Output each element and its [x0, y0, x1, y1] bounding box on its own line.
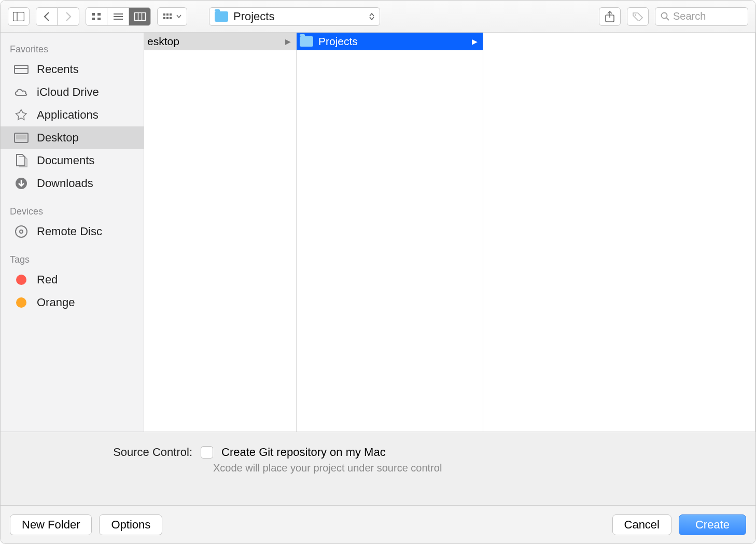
svg-rect-4 — [92, 18, 95, 20]
sidebar-item-label: Orange — [37, 296, 75, 309]
svg-rect-5 — [97, 18, 101, 20]
path-popup[interactable]: Projects — [209, 7, 380, 26]
column-2[interactable]: Projects ▶ — [297, 33, 483, 432]
toggle-sidebar-button[interactable] — [8, 7, 30, 26]
sidebar-icon — [13, 12, 24, 21]
view-mode-group — [86, 7, 151, 26]
svg-rect-3 — [97, 13, 101, 16]
svg-rect-16 — [166, 17, 169, 19]
bottom-bar: New Folder Options Cancel Create — [1, 505, 755, 543]
source-control-label: Source Control: — [16, 446, 192, 459]
nav-group — [36, 7, 79, 26]
view-columns-button[interactable] — [129, 7, 151, 26]
chevron-left-icon — [43, 11, 50, 22]
updown-icon — [369, 13, 374, 20]
sidebar-item-label: iCloud Drive — [37, 85, 99, 99]
sidebar: Favorites Recents iCloud Drive Applicati… — [1, 33, 144, 432]
downloads-icon — [13, 176, 30, 191]
svg-rect-2 — [92, 13, 95, 16]
svg-rect-14 — [170, 13, 172, 16]
sidebar-item-label: Documents — [37, 154, 94, 167]
grid-icon — [91, 12, 102, 21]
svg-point-29 — [20, 230, 23, 233]
toolbar: Projects Search — [1, 1, 755, 33]
column-browser: esktop ▶ Projects ▶ — [144, 33, 755, 432]
svg-point-28 — [16, 226, 27, 237]
sidebar-item-tag-orange[interactable]: Orange — [1, 291, 144, 314]
sidebar-header-favorites: Favorites — [1, 41, 144, 58]
icloud-icon — [13, 85, 30, 99]
sidebar-toggle-group — [8, 7, 30, 26]
sidebar-item-tag-red[interactable]: Red — [1, 268, 144, 291]
sidebar-item-documents[interactable]: Documents — [1, 149, 144, 172]
sidebar-item-remote-disc[interactable]: Remote Disc — [1, 220, 144, 243]
svg-point-21 — [662, 12, 667, 18]
path-label: Projects — [233, 10, 364, 23]
row-label: Projects — [318, 35, 467, 48]
git-checkbox[interactable] — [201, 446, 213, 459]
arrange-group — [157, 7, 187, 26]
sidebar-header-devices: Devices — [1, 203, 144, 220]
column-row-projects[interactable]: Projects ▶ — [297, 33, 483, 50]
recents-icon — [13, 62, 30, 77]
sidebar-item-downloads[interactable]: Downloads — [1, 172, 144, 195]
svg-rect-26 — [16, 135, 26, 139]
tag-dot-orange — [13, 295, 30, 310]
column-row-desktop[interactable]: esktop ▶ — [144, 33, 296, 50]
chevron-right-icon — [65, 11, 72, 22]
sidebar-item-label: Applications — [37, 108, 99, 122]
arrange-button[interactable] — [157, 7, 187, 26]
arrange-icon — [163, 13, 174, 20]
list-icon — [113, 12, 123, 21]
cancel-button[interactable]: Cancel — [612, 514, 671, 535]
sidebar-item-recents[interactable]: Recents — [1, 58, 144, 81]
sidebar-item-desktop[interactable]: Desktop — [1, 126, 144, 149]
documents-icon — [13, 153, 30, 168]
sidebar-item-applications[interactable]: Applications — [1, 104, 144, 126]
search-icon — [661, 12, 670, 21]
svg-point-20 — [635, 14, 636, 16]
tag-icon — [632, 12, 643, 21]
sidebar-item-label: Downloads — [37, 177, 93, 190]
new-folder-button[interactable]: New Folder — [10, 514, 92, 535]
git-checkbox-label: Create Git repository on my Mac — [221, 446, 386, 459]
chevron-right-icon: ▶ — [472, 37, 478, 46]
svg-rect-12 — [163, 13, 165, 16]
view-list-button[interactable] — [107, 7, 129, 26]
back-button[interactable] — [36, 7, 58, 26]
sidebar-item-label: Red — [37, 273, 58, 287]
source-control-description: Xcode will place your project under sour… — [213, 462, 740, 474]
row-label: esktop — [147, 35, 280, 48]
share-icon — [605, 11, 614, 22]
options-button[interactable]: Options — [99, 514, 162, 535]
forward-button[interactable] — [58, 7, 79, 26]
sidebar-header-tags: Tags — [1, 251, 144, 268]
chevron-down-icon — [176, 15, 181, 19]
main-area: Favorites Recents iCloud Drive Applicati… — [1, 33, 755, 432]
desktop-icon — [13, 131, 30, 145]
source-control-panel: Source Control: Create Git repository on… — [1, 432, 755, 505]
share-button[interactable] — [599, 7, 621, 26]
tags-button[interactable] — [627, 7, 649, 26]
create-button[interactable]: Create — [679, 514, 746, 535]
svg-rect-0 — [13, 12, 24, 21]
folder-icon — [215, 11, 228, 22]
svg-rect-15 — [163, 17, 165, 19]
share-group — [599, 7, 621, 26]
column-1[interactable]: esktop ▶ — [144, 33, 297, 432]
view-icons-button[interactable] — [86, 7, 107, 26]
search-field[interactable]: Search — [655, 7, 748, 26]
folder-icon — [300, 36, 313, 47]
svg-rect-9 — [134, 12, 145, 20]
column-3[interactable] — [483, 33, 755, 432]
sidebar-item-icloud[interactable]: iCloud Drive — [1, 81, 144, 104]
disc-icon — [13, 224, 30, 239]
sidebar-item-label: Desktop — [37, 131, 79, 145]
tag-dot-red — [13, 273, 30, 287]
search-placeholder: Search — [673, 10, 706, 22]
svg-rect-23 — [15, 65, 28, 74]
applications-icon — [13, 108, 30, 122]
svg-rect-17 — [170, 17, 172, 19]
svg-line-22 — [667, 18, 669, 20]
svg-rect-13 — [166, 13, 169, 16]
